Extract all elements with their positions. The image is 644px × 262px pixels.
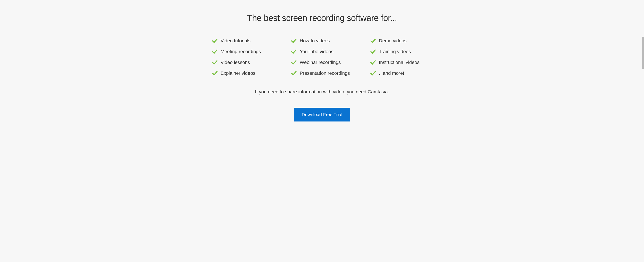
feature-label: Explainer videos (221, 71, 256, 76)
check-icon (212, 49, 218, 55)
feature-item: Training videos (370, 49, 432, 55)
feature-item: Explainer videos (212, 71, 274, 76)
check-icon (212, 60, 218, 65)
check-icon (212, 71, 218, 76)
feature-label: Video tutorials (221, 38, 251, 44)
feature-item: ...and more! (370, 71, 432, 76)
feature-item: Webinar recordings (291, 60, 353, 65)
check-icon (291, 60, 297, 65)
feature-item: Video tutorials (212, 38, 274, 44)
check-icon (291, 49, 297, 55)
feature-label: ...and more! (379, 71, 404, 76)
check-icon (212, 38, 218, 44)
feature-label: Webinar recordings (300, 60, 341, 65)
feature-item: Instructional videos (370, 60, 432, 65)
feature-item: Meeting recordings (212, 49, 274, 55)
feature-label: YouTube videos (300, 49, 333, 55)
download-free-trial-button[interactable]: Download Free Trial (294, 108, 350, 121)
check-icon (370, 38, 376, 44)
feature-label: Training videos (379, 49, 411, 55)
feature-label: Meeting recordings (221, 49, 261, 55)
scrollbar-thumb[interactable] (642, 37, 644, 69)
feature-label: Instructional videos (379, 60, 420, 65)
feature-label: Presentation recordings (300, 71, 350, 76)
feature-item: Demo videos (370, 38, 432, 44)
feature-item: Presentation recordings (291, 71, 353, 76)
check-icon (291, 71, 297, 76)
tagline-text: If you need to share information with vi… (212, 89, 432, 95)
feature-item: How-to videos (291, 38, 353, 44)
feature-item: YouTube videos (291, 49, 353, 55)
feature-item: Video lessons (212, 60, 274, 65)
feature-label: Demo videos (379, 38, 406, 44)
feature-label: Video lessons (221, 60, 250, 65)
features-grid: Video tutorials How-to videos Demo video… (212, 38, 432, 76)
section-heading: The best screen recording software for..… (212, 13, 432, 23)
check-icon (370, 49, 376, 55)
check-icon (370, 71, 376, 76)
check-icon (291, 38, 297, 44)
check-icon (370, 60, 376, 65)
feature-label: How-to videos (300, 38, 330, 44)
